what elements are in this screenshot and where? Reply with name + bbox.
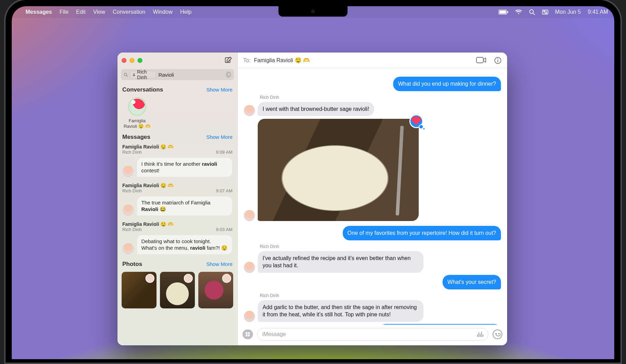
avatar-icon [145,274,154,283]
fullscreen-window-button[interactable] [137,58,142,63]
svg-rect-14 [476,57,483,63]
message-result-preview: The true matriarch of Famiglia Ravioli 😂 [137,196,233,216]
clear-search-button[interactable]: ✕ [226,71,231,78]
control-center-icon[interactable] [542,10,548,15]
message-result-time: 9:07 AM [216,188,233,193]
dictation-icon[interactable] [477,332,483,337]
photos-header: Photos [122,261,142,268]
conversations-header: Conversations [122,86,163,93]
sent-bubble[interactable]: One of my favorites from your repertoire… [343,226,501,240]
message-result-preview: I think it's time for another ravioli co… [137,157,233,177]
message-input[interactable]: iMessage [257,328,489,341]
conversation-result[interactable]: Famiglia Ravioli 🤤 🫶 [122,97,153,130]
sender-label: Rich Dinh [260,293,501,298]
svg-point-8 [546,12,547,13]
svg-point-11 [124,73,126,75]
sidebar: Rich Dinh ✕ Conversations Show More Fami… [117,52,238,345]
message-result[interactable]: Famiglia Ravioli 🤤 🫶 Rich Dinh 9:03 AM D… [117,219,237,258]
search-icon [124,72,128,77]
conversation-header: To: Famiglia Ravioli 🤤 🫶 [238,52,507,68]
search-token-person[interactable]: Rich Dinh [130,71,156,78]
menubar-time[interactable]: 9:41 AM [588,9,608,15]
notch [278,6,348,17]
avatar-icon [123,204,134,215]
desktop-wallpaper: Messages File Edit View Conversation Win… [12,6,614,359]
details-button[interactable] [494,57,502,64]
message-result-chat: Famiglia Ravioli 🤤 🫶 [122,221,233,227]
menubar-item-help[interactable]: Help [180,9,191,15]
messages-header: Messages [122,134,150,141]
svg-point-6 [543,11,544,12]
close-window-button[interactable] [122,58,126,63]
show-more-photos[interactable]: Show More [206,261,233,267]
apps-button[interactable] [243,329,253,339]
conversation-pane: To: Famiglia Ravioli 🤤 🫶 What d [238,52,507,345]
emoji-picker-button[interactable] [493,329,502,339]
svg-point-16 [497,58,498,59]
sender-label: Rich Dinh [260,95,501,100]
macbook-frame: Messages File Edit View Conversation Win… [0,0,626,364]
messages-window: Rich Dinh ✕ Conversations Show More Fami… [117,52,507,345]
person-icon [132,73,136,77]
avatar-icon [244,105,255,116]
message-result-time: 9:03 AM [216,227,233,232]
svg-rect-5 [542,10,548,14]
svg-point-3 [530,10,533,13]
received-bubble[interactable]: I went with that browned-butter sage rav… [258,102,374,116]
battery-icon[interactable] [499,10,508,15]
svg-rect-1 [499,11,506,14]
message-result-chat: Famiglia Ravioli 🤤 🫶 [122,144,233,150]
menubar-item-view[interactable]: View [93,9,105,15]
avatar-icon [244,311,255,322]
window-controls [122,58,142,63]
to-label: To: [243,57,250,64]
received-bubble[interactable]: I've actually refined the recipe and it'… [258,251,424,273]
menubar-item-edit[interactable]: Edit [76,9,86,15]
search-field[interactable]: Rich Dinh ✕ [121,69,234,80]
menubar-app-name[interactable]: Messages [26,9,52,15]
sender-label: Rich Dinh [260,244,501,249]
tapback-heart-icon[interactable] [410,115,422,127]
message-result-preview: Debating what to cook tonight. What's on… [137,235,233,255]
avatar-icon [222,274,231,283]
menubar-item-conversation[interactable]: Conversation [113,9,145,15]
avatar-icon [244,210,255,221]
search-input[interactable] [158,72,224,78]
message-thread[interactable]: What did you end up making for dinner? R… [238,68,507,325]
wifi-icon[interactable] [515,10,522,15]
sent-bubble[interactable]: What's your secret? [443,275,501,289]
input-bar: iMessage [238,325,507,345]
menubar-date[interactable]: Mon Jun 5 [555,9,581,15]
svg-rect-2 [507,11,508,13]
image-message[interactable] [258,119,419,221]
message-result-chat: Famiglia Ravioli 🤤 🫶 [122,183,233,188]
photo-result[interactable] [122,272,156,308]
message-result[interactable]: Famiglia Ravioli 🤤 🫶 Rich Dinh 9:07 AM T… [117,181,237,219]
svg-line-12 [126,75,127,76]
menubar-item-file[interactable]: File [60,9,69,15]
show-more-messages[interactable]: Show More [206,134,233,140]
compose-button[interactable] [224,56,233,65]
sent-bubble[interactable]: What did you end up making for dinner? [393,77,501,91]
photo-result[interactable] [198,272,233,308]
facetime-button[interactable] [476,57,486,64]
conversation-title[interactable]: Famiglia Ravioli 🤤 🫶 [254,57,310,64]
avatar-icon [184,274,193,283]
search-token-label: Rich Dinh [137,69,154,80]
avatar-icon [244,262,255,273]
svg-line-4 [533,13,535,15]
avatar-icon [123,166,134,177]
svg-point-13 [133,73,135,75]
avatar-icon [123,243,134,254]
received-bubble[interactable]: Add garlic to the butter, and then stir … [258,300,424,322]
menubar-item-window[interactable]: Window [153,9,173,15]
show-more-conversations[interactable]: Show More [206,87,233,93]
minimize-window-button[interactable] [130,58,134,63]
conversation-result-name: Famiglia Ravioli 🤤 🫶 [122,118,153,130]
message-result-time: 9:09 AM [216,150,233,155]
message-input-placeholder: iMessage [262,331,286,337]
spotlight-icon[interactable] [529,9,535,15]
group-avatar-icon [128,97,146,116]
photo-result[interactable] [160,272,195,308]
message-result[interactable]: Famiglia Ravioli 🤤 🫶 Rich Dinh 9:09 AM I… [117,142,237,181]
